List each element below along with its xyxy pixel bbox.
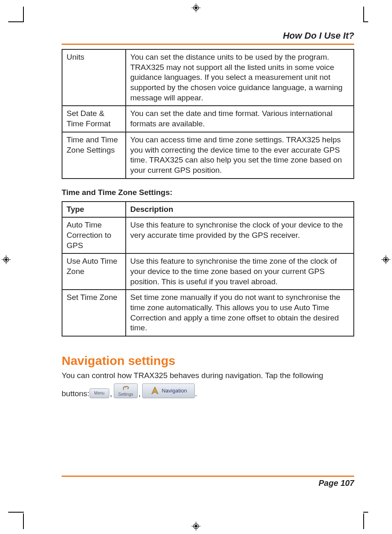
navigation-button-label: Navigation	[161, 388, 187, 394]
svg-marker-16	[152, 387, 158, 394]
registration-mark-icon	[381, 255, 390, 264]
table-row: Auto Time Correction to GPS Use this fea…	[62, 217, 354, 253]
table-row: Units You can set the distance units to …	[62, 49, 354, 106]
navigation-button[interactable]: Navigation	[142, 383, 195, 398]
page-header: How Do I Use It?	[62, 30, 354, 44]
row-label: Use Auto Time Zone	[62, 253, 126, 290]
footer-rule	[62, 476, 354, 477]
col-header-type: Type	[62, 202, 126, 218]
row-label: Units	[62, 49, 126, 106]
row-description: You can access time and time zone settin…	[126, 132, 354, 179]
row-label: Set Date & Time Format	[62, 106, 126, 132]
settings-button-label: Settings	[118, 392, 133, 397]
table-header-row: Type Description	[62, 202, 354, 218]
settings-table-2: Type Description Auto Time Correction to…	[62, 201, 354, 337]
row-description: Set time zone manually if you do not wan…	[126, 290, 354, 336]
navigation-arrow-icon	[150, 386, 160, 396]
row-label: Time and Time Zone Settings	[62, 132, 126, 179]
row-description: You can set the distance units to be use…	[126, 49, 354, 106]
page-number: Page 107	[62, 478, 354, 488]
menu-button-label: Menu	[94, 391, 104, 395]
section-title-navigation-settings: Navigation settings	[62, 354, 354, 368]
settings-table-1: Units You can set the distance units to …	[62, 49, 354, 179]
row-description: You can set the date and time format. Va…	[126, 106, 354, 132]
table-row: Use Auto Time Zone Use this feature to s…	[62, 253, 354, 290]
subheading: Time and Time Zone Settings:	[62, 188, 354, 197]
table-row: Set Date & Time Format You can set the d…	[62, 106, 354, 132]
col-header-description: Description	[126, 202, 354, 218]
menu-button[interactable]: Menu	[90, 388, 109, 398]
row-label: Auto Time Correction to GPS	[62, 217, 126, 253]
settings-icon	[121, 385, 130, 391]
registration-mark-icon	[2, 255, 11, 264]
table-row: Time and Time Zone Settings You can acce…	[62, 132, 354, 179]
registration-mark-icon	[191, 3, 201, 12]
registration-mark-icon	[191, 522, 201, 531]
body-text: You can control how TRAX325 behaves duri…	[62, 370, 354, 381]
settings-button[interactable]: Settings	[114, 383, 138, 398]
row-label: Set Time Zone	[62, 290, 126, 336]
row-description: Use this feature to synchronise the cloc…	[126, 217, 354, 253]
row-description: Use this feature to synchronise the time…	[126, 253, 354, 290]
body-text-prefix: buttons:	[62, 389, 90, 398]
header-rule	[62, 44, 354, 45]
table-row: Set Time Zone Set time zone manually if …	[62, 290, 354, 336]
